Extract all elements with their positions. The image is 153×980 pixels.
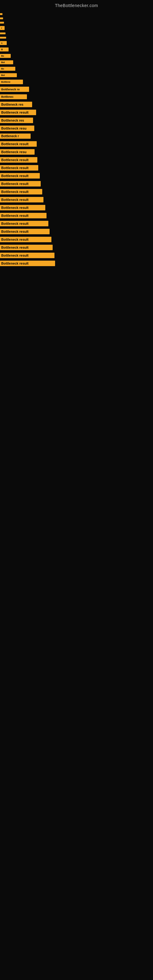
bottleneck-bar: Bot [0, 60, 13, 64]
bar-row: B [0, 47, 153, 52]
bottleneck-bar: Bottleneck result [0, 165, 38, 170]
bottleneck-bar: s [0, 41, 7, 45]
bottleneck-bar: Bottleneck result [0, 253, 54, 258]
bar-row: Bottleneck result [0, 252, 153, 259]
bar-row: Bottleneck res [0, 117, 153, 124]
bar-row: Bottleneck result [0, 212, 153, 219]
bar-row: Bottleneck result [0, 140, 153, 147]
bar-row: Bottleneck result [0, 188, 153, 195]
bar-row: Bottleneck result [0, 172, 153, 179]
bottleneck-bar: Bottleneck result [0, 213, 46, 218]
bottleneck-bar: Bottleneck result [0, 141, 37, 147]
bottleneck-bar: Bot [0, 73, 17, 77]
bars-container: rsBBoBotBoBotBottleneBottleneck reBottle… [0, 10, 153, 271]
bottleneck-bar: Bottlene [0, 80, 23, 84]
bar-row: r [0, 25, 153, 30]
bar-row [0, 17, 153, 20]
bottleneck-bar: Bottleneck result [0, 189, 42, 194]
bar-row: Bottleneck result [0, 109, 153, 116]
bottleneck-bar: Bottleneck result [0, 205, 45, 210]
bar-row: Bottleneck result [0, 228, 153, 235]
bar-row: Bottleneck result [0, 204, 153, 211]
bottleneck-bar: Bottlenec [0, 94, 27, 99]
bottleneck-bar: Bottleneck result [0, 229, 49, 234]
bottleneck-bar: Bottleneck re [0, 87, 29, 92]
bar-row [0, 21, 153, 24]
bottleneck-bar: Bo [0, 67, 15, 71]
bottleneck-bar: Bottleneck result [0, 173, 40, 178]
bar-row: Bottleneck result [0, 196, 153, 203]
bar-row: Bottleneck result [0, 180, 153, 187]
bottleneck-bar [0, 32, 5, 34]
site-title: TheBottlenecker.com [0, 0, 153, 10]
bottleneck-bar: Bottleneck result [0, 197, 43, 202]
bar-row [0, 36, 153, 39]
bar-row: Bottleneck re [0, 86, 153, 92]
bottleneck-bar: Bottleneck resu [0, 126, 34, 131]
bar-row: Bottleneck resu [0, 148, 153, 155]
bar-row: Bottleneck resu [0, 125, 153, 132]
bottleneck-bar: Bottleneck result [0, 110, 36, 115]
bar-row [0, 32, 153, 35]
bottleneck-bar [0, 37, 6, 38]
bar-row: Bottleneck r [0, 133, 153, 139]
bottleneck-bar [0, 18, 3, 19]
bottleneck-bar: Bottleneck resu [0, 149, 35, 155]
bar-row: s [0, 40, 153, 46]
bar-row: Bottleneck result [0, 164, 153, 171]
bar-row: Bo [0, 53, 153, 59]
bottleneck-bar: Bottleneck result [0, 237, 51, 242]
bar-row [0, 13, 153, 16]
bottleneck-bar [0, 13, 2, 15]
bottleneck-bar: Bottleneck result [0, 245, 53, 250]
bottleneck-bar: B [0, 48, 9, 51]
bottleneck-bar: Bottleneck result [0, 157, 37, 162]
bottleneck-bar: Bottleneck res [0, 118, 33, 123]
bottleneck-bar: Bottleneck result [0, 181, 41, 186]
bottleneck-bar: r [0, 26, 5, 30]
bar-row: Bot [0, 60, 153, 65]
bar-row: Bottlene [0, 79, 153, 85]
bar-row: Bo [0, 66, 153, 72]
bottleneck-bar: Bo [0, 54, 11, 58]
bottleneck-bar: Bottleneck result [0, 221, 48, 226]
bottleneck-bar: Bottleneck result [0, 261, 55, 266]
bar-row: Bottleneck result [0, 236, 153, 243]
bar-row: Bottleneck res [0, 101, 153, 108]
bar-row: Bottleneck result [0, 244, 153, 251]
bar-row: Bottleneck result [0, 260, 153, 267]
bottleneck-bar: Bottleneck res [0, 102, 32, 107]
bottleneck-bar: Bottleneck r [0, 134, 30, 139]
bar-row: Bottlenec [0, 94, 153, 100]
bar-row: Bottleneck result [0, 220, 153, 227]
bottleneck-bar [0, 22, 4, 24]
bar-row: Bottleneck result [0, 156, 153, 163]
bar-row: Bot [0, 73, 153, 78]
